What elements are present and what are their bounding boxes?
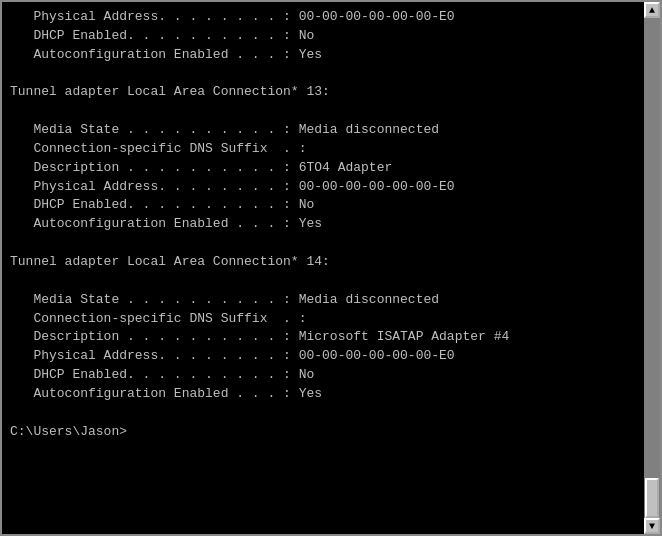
scrollbar-thumb[interactable] [645, 478, 659, 518]
scrollbar-track[interactable] [644, 18, 660, 518]
scroll-up-arrow[interactable]: ▲ [644, 2, 660, 18]
scroll-down-arrow[interactable]: ▼ [644, 518, 660, 534]
scrollbar[interactable]: ▲ ▼ [644, 2, 660, 534]
terminal-window: Physical Address. . . . . . . . : 00-00-… [0, 0, 662, 536]
terminal-screen[interactable]: Physical Address. . . . . . . . : 00-00-… [2, 2, 660, 534]
